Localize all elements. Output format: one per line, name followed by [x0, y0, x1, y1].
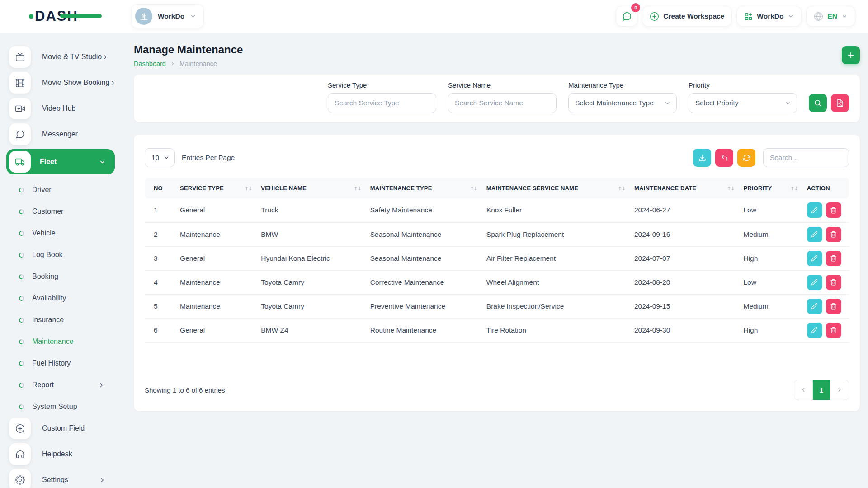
sidebar-item-video-hub[interactable]: Video Hub: [0, 98, 121, 119]
bullet-icon: [18, 230, 25, 237]
message-bubble-icon: [9, 123, 31, 145]
undo-button[interactable]: [715, 149, 733, 167]
bullet-icon: [18, 187, 25, 193]
cell-no: 3: [145, 246, 176, 270]
sidebar-subitem-label: Maintenance: [32, 338, 74, 346]
delete-button[interactable]: [826, 323, 841, 338]
cell-maintenance-type: Corrective Maintenance: [367, 270, 483, 294]
cell-actions: [803, 318, 849, 342]
service-name-input[interactable]: [448, 93, 557, 113]
trash-icon: [830, 231, 837, 238]
sort-icon[interactable]: ↑↓: [618, 185, 625, 191]
breadcrumb-dashboard-link[interactable]: Dashboard: [134, 60, 166, 67]
workspace-selector[interactable]: WorkDo: [131, 4, 204, 28]
sidebar-item-settings[interactable]: Settings: [0, 469, 121, 488]
cell-actions: [803, 222, 849, 246]
sidebar-item-helpdesk[interactable]: Helpdesk: [0, 443, 121, 465]
service-type-input[interactable]: [328, 93, 436, 113]
sidebar-subitem-availability[interactable]: Availability: [0, 287, 121, 309]
priority-select[interactable]: Select Priority: [689, 93, 797, 113]
edit-button[interactable]: [807, 275, 822, 290]
edit-button[interactable]: [807, 299, 822, 314]
column-header-vehicle-name[interactable]: VEHICLE NAME↑↓: [257, 178, 366, 198]
cell-maintenance-type: Seasonal Maintenance: [367, 222, 483, 246]
service-type-label: Service Type: [328, 81, 436, 89]
maintenance-table: NOSERVICE TYPE↑↓VEHICLE NAME↑↓MAINTENANC…: [145, 178, 849, 343]
edit-button[interactable]: [807, 323, 822, 338]
cell-vehicle-name: Truck: [257, 198, 366, 222]
sidebar-subitem-log-book[interactable]: Log Book: [0, 244, 121, 266]
chat-icon: [622, 11, 632, 22]
edit-button[interactable]: [807, 202, 822, 218]
sidebar-subitem-booking[interactable]: Booking: [0, 266, 121, 287]
sidebar-item-messenger[interactable]: Messenger: [0, 123, 121, 145]
app-switcher-button[interactable]: WorkDo: [736, 6, 802, 27]
delete-button[interactable]: [826, 227, 841, 242]
sidebar-subitem-driver[interactable]: Driver: [0, 179, 121, 201]
maintenance-type-select[interactable]: Select Maintenance Type: [568, 93, 677, 113]
clear-filter-button[interactable]: [831, 94, 849, 112]
sidebar-item-movie-tv-studio[interactable]: Movie & TV Studio: [0, 46, 121, 68]
pencil-icon: [811, 231, 818, 238]
create-workspace-button[interactable]: Create Workspace: [642, 6, 732, 27]
sidebar-subitem-vehicle[interactable]: Vehicle: [0, 222, 121, 244]
chevron-down-icon: [784, 100, 791, 107]
bullet-icon: [18, 252, 25, 258]
column-header-service-type[interactable]: SERVICE TYPE↑↓: [176, 178, 257, 198]
trash-icon: [830, 255, 837, 262]
page-title: Manage Maintenance: [134, 43, 243, 56]
cell-maintenance-service-name: Air Filter Replacement: [483, 246, 631, 270]
sidebar-subitem-maintenance[interactable]: Maintenance: [0, 331, 121, 352]
table-search-input[interactable]: [763, 148, 849, 167]
column-header-maintenance-service-name[interactable]: MAINTENANCE SERVICE NAME↑↓: [483, 178, 631, 198]
delete-button[interactable]: [826, 299, 841, 314]
sidebar-subitem-label: Availability: [32, 294, 66, 302]
sort-icon[interactable]: ↑↓: [727, 185, 734, 191]
language-selector[interactable]: EN: [806, 6, 855, 27]
column-header-maintenance-date[interactable]: MAINTENANCE DATE↑↓: [631, 178, 740, 198]
sidebar-item-fleet[interactable]: Fleet: [6, 149, 115, 174]
sort-icon[interactable]: ↑↓: [245, 185, 252, 191]
edit-button[interactable]: [807, 227, 822, 242]
bullet-icon: [18, 338, 25, 345]
plus-icon: [847, 51, 855, 59]
entries-summary: Showing 1 to 6 of 6 entries: [145, 386, 225, 394]
column-header-no: NO: [145, 178, 176, 198]
delete-button[interactable]: [826, 275, 841, 290]
sidebar-subitem-fuel-history[interactable]: Fuel History: [0, 352, 121, 374]
apply-filter-button[interactable]: [809, 94, 827, 112]
sort-icon[interactable]: ↑↓: [790, 185, 797, 191]
add-maintenance-button[interactable]: [842, 46, 860, 64]
chevron-right-icon: [109, 80, 116, 86]
sort-icon[interactable]: ↑↓: [354, 185, 361, 191]
sidebar-subitem-label: Booking: [32, 272, 58, 281]
globe-icon: [814, 12, 823, 21]
delete-button[interactable]: [826, 202, 841, 218]
cell-maintenance-service-name: Spark Plug Replacement: [483, 222, 631, 246]
pagination-next-button[interactable]: [830, 380, 849, 400]
entries-per-page-select[interactable]: 10: [145, 148, 175, 167]
cell-priority: Medium: [740, 222, 803, 246]
sidebar-subitem-insurance[interactable]: Insurance: [0, 309, 121, 331]
sidebar-subitem-system-setup[interactable]: System Setup: [0, 396, 121, 418]
cell-maintenance-service-name: Brake Inspection/Service: [483, 294, 631, 318]
chevron-down-icon: [788, 13, 794, 19]
sidebar: Movie & TV Studio Movie Show Booking Vid…: [0, 33, 121, 488]
bullet-icon: [18, 360, 25, 367]
edit-button[interactable]: [807, 251, 822, 266]
delete-button[interactable]: [826, 251, 841, 266]
pagination-prev-button[interactable]: [794, 380, 812, 400]
sidebar-item-movie-show-booking[interactable]: Movie Show Booking: [0, 72, 121, 94]
sidebar-item-custom-field[interactable]: Custom Field: [0, 418, 121, 439]
export-button[interactable]: [693, 149, 711, 167]
sidebar-subitem-report[interactable]: Report: [0, 374, 121, 396]
service-name-label: Service Name: [448, 81, 557, 89]
brand-logo[interactable]: DASH: [0, 8, 121, 24]
messages-button[interactable]: 0: [616, 6, 637, 27]
refresh-button[interactable]: [737, 149, 755, 167]
column-header-maintenance-type[interactable]: MAINTENANCE TYPE↑↓: [367, 178, 483, 198]
pagination-page-1[interactable]: 1: [812, 380, 830, 400]
column-header-priority[interactable]: PRIORITY↑↓: [740, 178, 803, 198]
sort-icon[interactable]: ↑↓: [470, 185, 477, 191]
sidebar-subitem-customer[interactable]: Customer: [0, 201, 121, 222]
